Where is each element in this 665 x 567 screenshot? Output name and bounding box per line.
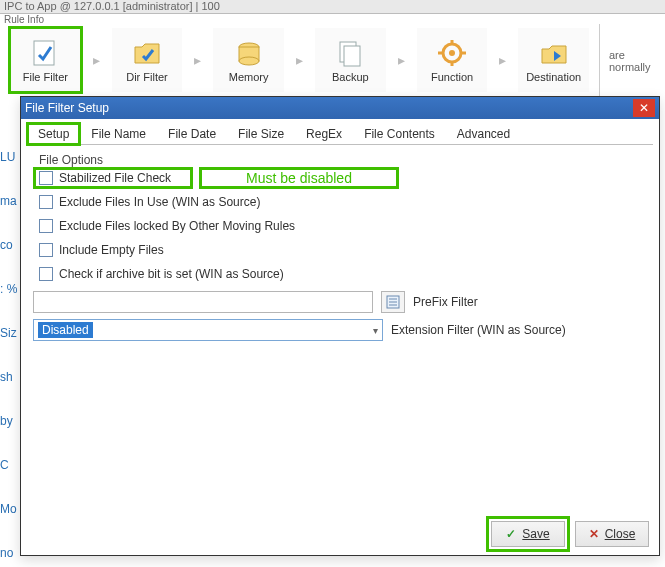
include-empty-checkbox[interactable] bbox=[39, 243, 53, 257]
titlebar[interactable]: File Filter Setup ✕ bbox=[21, 97, 659, 119]
exclude-locked-checkbox[interactable] bbox=[39, 219, 53, 233]
bg-text-left: LU ma co : % Siz sh by C Mo no TLS bbox=[0, 150, 20, 567]
annotation-text: Must be disabled bbox=[199, 167, 399, 189]
ribbon-destination[interactable]: Destination bbox=[518, 28, 589, 92]
file-filter-dialog: File Filter Setup ✕ Setup File Name File… bbox=[20, 96, 660, 556]
ribbon-label: Destination bbox=[526, 71, 581, 83]
chk-row-include-empty: Include Empty Files bbox=[39, 243, 647, 257]
arrow-icon: ▸ bbox=[194, 52, 201, 68]
ribbon-label: Memory bbox=[229, 71, 269, 83]
ribbon-bar: File Filter ▸ Dir Filter ▸ Memory ▸ Back… bbox=[0, 24, 600, 100]
rule-info-label: Rule Info bbox=[0, 14, 665, 24]
exclude-in-use-label: Exclude Files In Use (WIN as Source) bbox=[59, 195, 260, 209]
chevron-down-icon: ▾ bbox=[373, 325, 378, 336]
archive-bit-label: Check if archive bit is set (WIN as Sour… bbox=[59, 267, 284, 281]
ribbon-dir-filter[interactable]: Dir Filter bbox=[112, 28, 183, 92]
dialog-title: File Filter Setup bbox=[25, 101, 633, 115]
svg-rect-5 bbox=[344, 46, 360, 66]
memory-icon bbox=[231, 37, 267, 69]
arrow-icon: ▸ bbox=[499, 52, 506, 68]
svg-rect-0 bbox=[34, 41, 54, 65]
annotation-box-target bbox=[33, 167, 193, 189]
breadcrumb: IPC to App @ 127.0.0.1 [administrator] |… bbox=[0, 0, 665, 14]
ribbon-label: Dir Filter bbox=[126, 71, 168, 83]
destination-icon bbox=[536, 37, 572, 69]
ribbon-memory[interactable]: Memory bbox=[213, 28, 284, 92]
close-x-icon: ✕ bbox=[589, 527, 599, 541]
tab-setup[interactable]: Setup bbox=[27, 123, 80, 145]
arrow-icon: ▸ bbox=[296, 52, 303, 68]
ribbon-file-filter[interactable]: File Filter bbox=[10, 28, 81, 92]
svg-point-3 bbox=[239, 57, 259, 65]
tab-file-name[interactable]: File Name bbox=[80, 123, 157, 144]
close-icon[interactable]: ✕ bbox=[633, 99, 655, 117]
function-icon bbox=[434, 37, 470, 69]
dialog-button-bar: ✓ Save ✕ Close bbox=[491, 521, 649, 547]
tab-advanced[interactable]: Advanced bbox=[446, 123, 521, 144]
tab-file-contents[interactable]: File Contents bbox=[353, 123, 446, 144]
backup-icon bbox=[332, 37, 368, 69]
save-button[interactable]: ✓ Save bbox=[491, 521, 565, 547]
chk-row-exclude-locked: Exclude Files locked By Other Moving Rul… bbox=[39, 219, 647, 233]
ribbon-label: Backup bbox=[332, 71, 369, 83]
tab-regex[interactable]: RegEx bbox=[295, 123, 353, 144]
svg-point-7 bbox=[449, 50, 455, 56]
ribbon-label: Function bbox=[431, 71, 473, 83]
exclude-in-use-checkbox[interactable] bbox=[39, 195, 53, 209]
file-options-label: File Options bbox=[39, 153, 647, 167]
save-button-label: Save bbox=[522, 527, 549, 541]
include-empty-label: Include Empty Files bbox=[59, 243, 164, 257]
extension-filter-combo[interactable]: Disabled ▾ bbox=[33, 319, 383, 341]
tab-strip: Setup File Name File Date File Size RegE… bbox=[27, 123, 653, 145]
prefix-filter-input[interactable] bbox=[33, 291, 373, 313]
ribbon-label: File Filter bbox=[23, 71, 68, 83]
chk-row-archive-bit: Check if archive bit is set (WIN as Sour… bbox=[39, 267, 647, 281]
check-icon: ✓ bbox=[506, 527, 516, 541]
extension-filter-label: Extension Filter (WIN as Source) bbox=[391, 323, 566, 337]
arrow-icon: ▸ bbox=[398, 52, 405, 68]
chk-row-exclude-in-use: Exclude Files In Use (WIN as Source) bbox=[39, 195, 647, 209]
dir-filter-icon bbox=[129, 37, 165, 69]
ribbon-function[interactable]: Function bbox=[417, 28, 488, 92]
tab-file-size[interactable]: File Size bbox=[227, 123, 295, 144]
archive-bit-checkbox[interactable] bbox=[39, 267, 53, 281]
file-filter-icon bbox=[27, 37, 63, 69]
tab-file-date[interactable]: File Date bbox=[157, 123, 227, 144]
list-icon bbox=[386, 295, 400, 309]
close-button-label: Close bbox=[605, 527, 636, 541]
extension-filter-value: Disabled bbox=[38, 322, 93, 338]
exclude-locked-label: Exclude Files locked By Other Moving Rul… bbox=[59, 219, 295, 233]
bg-text-right: are normally bbox=[605, 45, 665, 85]
setup-panel: File Options Stabilized File Check Exclu… bbox=[21, 145, 659, 515]
prefix-filter-picker-button[interactable] bbox=[381, 291, 405, 313]
prefix-filter-label: PreFix Filter bbox=[413, 295, 478, 309]
close-button[interactable]: ✕ Close bbox=[575, 521, 649, 547]
arrow-icon: ▸ bbox=[93, 52, 100, 68]
ribbon-backup[interactable]: Backup bbox=[315, 28, 386, 92]
